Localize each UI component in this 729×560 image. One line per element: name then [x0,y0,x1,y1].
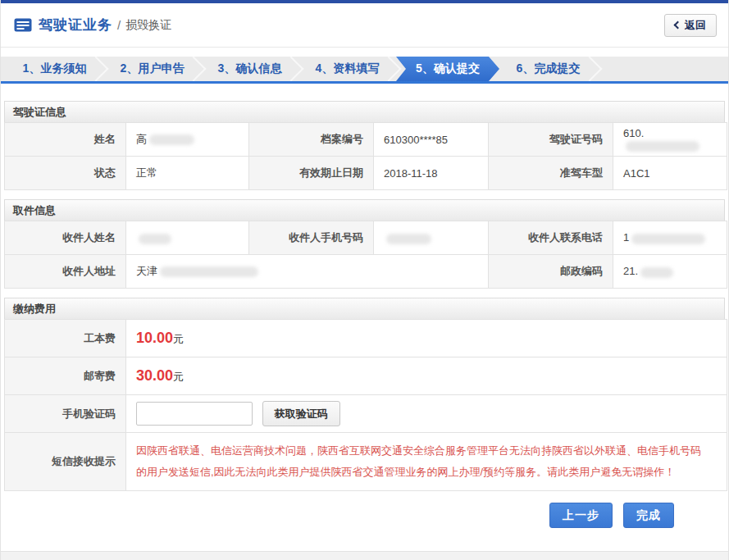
field-label-recipient-address: 收件人地址 [5,255,126,289]
redacted-blob [160,266,258,277]
breadcrumb-separator: / [117,18,121,32]
page-bottom-strip [1,551,728,560]
field-value-recipient-mobile [374,221,489,255]
step-tab-4[interactable]: 4、资料填写 [298,57,396,81]
field-value-expiry-date: 2018-11-18 [374,157,489,190]
get-sms-code-button[interactable]: 获取验证码 [262,401,340,426]
table-row: 手机验证码 获取验证码 [5,395,727,433]
license-info-table: 姓名 高 档案编号 610300****85 驾驶证号码 610. 状态 正常 … [4,122,727,190]
section-license-info: 驾驶证信息 姓名 高 档案编号 610300****85 驾驶证号码 610. … [4,101,725,190]
section-pickup-info: 取件信息 收件人姓名 收件人手机号码 收件人联系电话 1 收件人地址 天津 邮政… [4,199,725,289]
field-value-file-number: 610300****85 [374,123,489,157]
field-label-name: 姓名 [5,123,126,157]
field-value-recipient-phone: 1 [613,221,727,255]
field-label-postal-code: 邮政编码 [489,255,613,289]
section-fees: 缴纳费用 工本费 10.00元 邮寄费 30.00元 手机验证码 获取验证码 [4,298,725,491]
section-title-license: 驾驶证信息 [4,101,725,122]
table-row: 姓名 高 档案编号 610300****85 驾驶证号码 610. [5,123,727,157]
redacted-blob [139,234,171,244]
table-row: 收件人地址 天津 邮政编码 21. [5,255,727,289]
footer-actions: 上一步 完成 [4,491,725,528]
sms-code-input[interactable] [136,402,253,426]
field-label-status: 状态 [5,157,126,190]
production-fee-amount: 10.00 [136,330,173,346]
redacted-blob [640,267,673,278]
field-label-production-fee: 工本费 [5,320,126,357]
fees-table: 工本费 10.00元 邮寄费 30.00元 手机验证码 获取验证码 短信接收提示 [4,319,727,491]
field-label-mailing-fee: 邮寄费 [5,357,126,395]
field-label-sms-code: 手机验证码 [5,395,126,433]
field-value-postal-code: 21. [613,255,727,289]
field-value-recipient-name [126,221,249,255]
table-row: 邮寄费 30.00元 [5,357,727,395]
sms-notice-text: 因陕西省联通、电信运营商技术问题，陕西省互联网交通安全综合服务管理平台无法向持陕… [126,433,727,491]
redacted-blob [386,234,431,244]
back-button[interactable]: 返回 [664,14,717,37]
table-row: 短信接收提示 因陕西省联通、电信运营商技术问题，陕西省互联网交通安全综合服务管理… [5,433,727,491]
field-label-recipient-phone: 收件人联系电话 [489,221,613,255]
sms-code-cell: 获取验证码 [126,395,727,433]
back-button-label: 返回 [685,18,706,33]
table-row: 状态 正常 有效期止日期 2018-11-18 准驾车型 A1C1 [5,157,727,190]
field-value-status: 正常 [126,157,249,190]
step-tab-3[interactable]: 3、确认信息 [201,57,298,81]
field-label-file-number: 档案编号 [249,123,374,157]
field-label-expiry-date: 有效期止日期 [249,157,374,190]
header: 驾驶证业务 / 损毁换证 返回 [1,3,728,48]
redacted-blob [631,234,705,244]
mailing-fee-amount: 30.00 [136,367,173,384]
fee-unit: 元 [173,371,184,383]
chevron-left-icon [674,21,682,30]
field-value-name: 高 [126,123,249,157]
section-title-pickup: 取件信息 [4,199,725,221]
section-title-fees: 缴纳费用 [4,298,725,319]
page: 驾驶证业务 / 损毁换证 返回 1、业务须知 2、用户申告 3、确认信息 4、资… [0,0,729,560]
field-label-license-number: 驾驶证号码 [489,123,613,157]
license-card-icon [14,18,32,32]
table-row: 工本费 10.00元 [5,320,727,357]
breadcrumb-current: 损毁换证 [125,18,171,33]
table-row: 收件人姓名 收件人手机号码 收件人联系电话 1 [5,221,727,255]
fee-unit: 元 [173,333,184,345]
page-title: 驾驶证业务 [39,16,112,34]
step-tab-2[interactable]: 2、用户申告 [103,57,201,81]
step-tab-6[interactable]: 6、完成提交 [499,57,597,81]
field-value-vehicle-class: A1C1 [613,157,727,190]
field-value-mailing-fee: 30.00元 [126,357,727,395]
step-tabs: 1、业务须知 2、用户申告 3、确认信息 4、资料填写 5、确认提交 6、完成提… [1,57,728,84]
pickup-info-table: 收件人姓名 收件人手机号码 收件人联系电话 1 收件人地址 天津 邮政编码 21… [4,221,727,289]
field-label-sms-notice: 短信接收提示 [5,433,126,491]
step-tab-5-active[interactable]: 5、确认提交 [396,57,499,81]
previous-step-button[interactable]: 上一步 [549,503,613,528]
breadcrumb: 驾驶证业务 / 损毁换证 [14,16,171,34]
field-label-recipient-name: 收件人姓名 [5,221,126,255]
field-value-production-fee: 10.00元 [126,320,727,357]
field-label-vehicle-class: 准驾车型 [489,157,613,190]
field-value-recipient-address: 天津 [126,255,489,289]
field-label-recipient-mobile: 收件人手机号码 [249,221,374,255]
step-tab-1[interactable]: 1、业务须知 [6,57,103,81]
main-content: 驾驶证信息 姓名 高 档案编号 610300****85 驾驶证号码 610. … [1,101,728,528]
finish-button[interactable]: 完成 [623,503,674,528]
redacted-blob [149,134,194,145]
field-value-license-number: 610. [613,123,727,157]
redacted-blob [626,141,699,152]
